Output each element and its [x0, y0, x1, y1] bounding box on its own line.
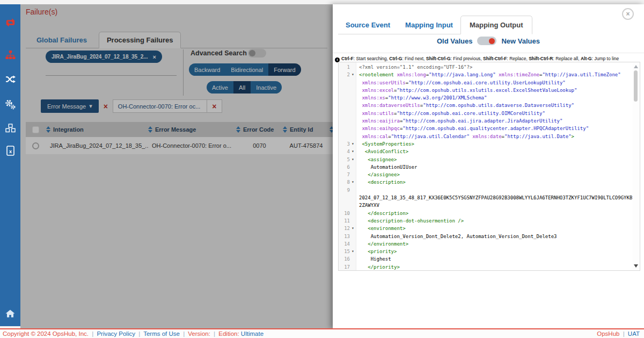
excel-file-icon[interactable]: x [0, 146, 20, 156]
tab-mapping-input[interactable]: Mapping Input [398, 16, 460, 34]
gutter-spacer [350, 125, 356, 132]
code-line: xmlns:utils="http://com.opshub.eai.core.… [339, 110, 633, 117]
separator: | [212, 330, 217, 337]
gutter-spacer [350, 263, 356, 271]
code-lines: 1<?xml version="1.1" encoding="UTF-16"?>… [339, 63, 633, 271]
gutter-spacer [350, 87, 356, 94]
event-details-panel: × Source Event Mapping Input Mapping Out… [333, 4, 644, 329]
code-line: xmlns:userUtils="http://com.opshub.eai.c… [339, 79, 633, 87]
fold-toggle-icon[interactable]: ▾ [350, 178, 356, 186]
sidebar-nav: x [0, 4, 20, 326]
fold-toggle-icon[interactable]: ▾ [350, 140, 356, 148]
shortcut-list: Ctrl-F: Start searching, Ctrl-G: Find ne… [341, 56, 619, 61]
gears-icon[interactable] [0, 99, 20, 110]
gutter-spacer [350, 163, 356, 171]
gutter-spacer [350, 202, 356, 209]
fold-toggle-icon[interactable]: ▾ [350, 71, 356, 78]
code-line: 2024_07_12_18_35_48_817_KX36E0K5C5YSGSNY… [339, 194, 633, 202]
gutter-spacer [350, 63, 356, 71]
failures-page: Failure(s) Global Failures Processing Fa… [20, 4, 333, 329]
panel-close-button[interactable]: × [622, 8, 634, 20]
code-line: xmlns:excel="http://com.opshub.utils.xsl… [339, 87, 633, 94]
code-line: xmlns:xs="http://www.w3.org/2001/XMLSche… [339, 94, 633, 102]
editor-scrollbar[interactable] [633, 63, 639, 270]
home-icon[interactable] [0, 308, 20, 318]
gutter-spacer [350, 240, 356, 248]
environment-badge: UAT [628, 330, 640, 337]
panel-tab-bar: Source Event Mapping Input Mapping Outpu… [338, 16, 532, 34]
code-line: 5▾ <assignee> [339, 156, 633, 163]
gutter-spacer [350, 102, 356, 109]
code-line: 15▾ <priority> [339, 248, 633, 255]
brand-name: OpsHub [597, 330, 619, 337]
gutter-spacer [350, 255, 356, 263]
code-line: 4▾ <AvoidConflict> [339, 148, 633, 155]
code-line: xmlns:cal="http://java.util.Calendar" xm… [339, 133, 633, 140]
code-line: 17 </priority> [339, 263, 633, 271]
separator: | [90, 330, 95, 337]
gutter-spacer [350, 94, 356, 102]
new-values-label[interactable]: New Values [501, 37, 540, 45]
values-toggle[interactable] [477, 37, 496, 45]
terms-of-use-link[interactable]: Terms of Use [143, 330, 180, 337]
privacy-policy-link[interactable]: Privacy Policy [97, 330, 135, 337]
scroll-up-icon[interactable] [634, 65, 638, 68]
gutter-spacer [350, 210, 356, 217]
toggle-knob [489, 38, 495, 44]
fold-toggle-icon[interactable]: ▾ [350, 156, 356, 163]
svg-text:x: x [9, 149, 11, 154]
copyright-text: Copyright © 2024 OpsHub, Inc. [3, 330, 89, 337]
modal-backdrop [20, 4, 333, 329]
cubes-icon[interactable] [0, 124, 20, 133]
code-line: 9 [339, 186, 633, 194]
scrollbar-thumb[interactable] [634, 70, 638, 102]
gutter-spacer [350, 171, 356, 178]
separator: | [137, 330, 142, 337]
screen: x Failure(s) Global Failures Processing … [0, 0, 644, 338]
separator: | [181, 330, 186, 337]
code-line: 14 </environment> [339, 240, 633, 248]
shuffle-icon[interactable] [0, 75, 20, 83]
fold-toggle-icon[interactable]: ▾ [350, 248, 356, 255]
code-line: 7 </assignee> [339, 171, 633, 178]
xml-code-editor[interactable]: 1<?xml version="1.1" encoding="UTF-16"?>… [338, 62, 640, 271]
footer: Copyright © 2024 OpsHub, Inc. | Privacy … [0, 328, 644, 338]
sitemap-icon[interactable] [0, 51, 20, 60]
code-line: 2ZAWYXV [339, 202, 633, 209]
code-line: 8▾ <description> [339, 178, 633, 186]
scroll-down-icon[interactable] [634, 264, 638, 268]
gutter-spacer [350, 233, 356, 240]
code-line: xmlns:dataverseUtils="http://com.opshub.… [339, 102, 633, 109]
gutter-spacer [350, 79, 356, 87]
values-toggle-row: Old Values New Values [333, 37, 644, 45]
fold-toggle-icon[interactable]: ▾ [350, 148, 356, 155]
gutter-spacer [350, 217, 356, 225]
separator: | [621, 330, 626, 337]
code-line: 2▾<rootelement xmlns:long="http://java.l… [339, 71, 633, 78]
old-values-label[interactable]: Old Values [437, 37, 472, 45]
gutter-spacer [350, 117, 356, 125]
fold-toggle-icon[interactable]: ▾ [350, 225, 356, 232]
code-line: 3▾ <SystemProperties> [339, 140, 633, 148]
code-line: xmlns:eaihpqc="http://com.opshub.eai.qua… [339, 125, 633, 132]
code-line: xmlns:eaijira="http://com.opshub.eai.jir… [339, 117, 633, 125]
gutter-spacer [350, 110, 356, 117]
tab-mapping-output[interactable]: Mapping Output [460, 16, 532, 34]
gutter-spacer [350, 194, 356, 202]
code-line: 1<?xml version="1.1" encoding="UTF-16"?> [339, 63, 633, 71]
code-line: 10 </description> [339, 210, 633, 217]
gutter-spacer [350, 133, 356, 140]
code-line: 12▾ <environment> [339, 225, 633, 232]
version-label: Version: [188, 330, 210, 337]
edition-label: Edition: [218, 330, 239, 337]
code-line: 11 <description-dot-ohusermention /> [339, 217, 633, 225]
retweet-icon[interactable] [0, 17, 20, 28]
edition-value: Ultimate [241, 330, 264, 337]
editor-shortcuts-bar: iCtrl-F: Start searching, Ctrl-G: Find n… [333, 53, 644, 62]
code-line: 13 Automation_Version_Dont_Delete2, Auto… [339, 233, 633, 240]
tab-source-event[interactable]: Source Event [338, 16, 398, 34]
code-line: 16 Highest [339, 255, 633, 263]
gutter-spacer [350, 186, 356, 194]
code-line: 6 AutomationUIUser [339, 163, 633, 171]
